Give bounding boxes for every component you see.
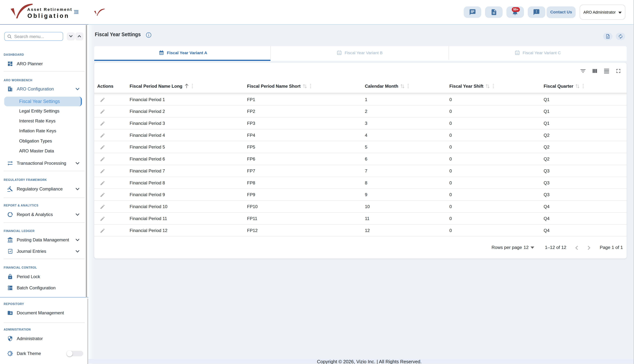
svg-text:$: $	[9, 88, 10, 91]
